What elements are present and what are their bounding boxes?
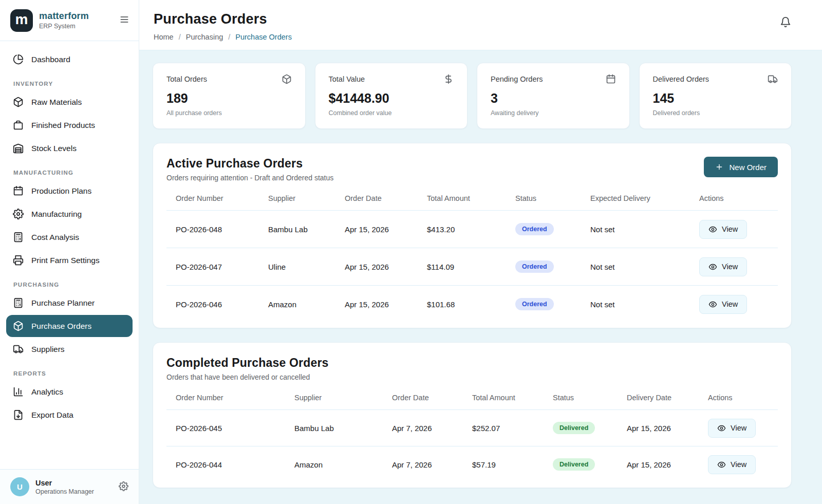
avatar: U — [10, 477, 29, 496]
column-header: Delivery Date — [627, 394, 708, 402]
sidebar-item-label: Cost Analysis — [31, 233, 79, 242]
plus-icon — [715, 163, 723, 171]
cell-order-date: Apr 7, 2026 — [392, 460, 472, 469]
table-row: PO-2026-044 Amazon Apr 7, 2026 $57.19 De… — [166, 446, 778, 482]
view-button[interactable]: View — [699, 220, 747, 239]
nav-section-items: Analytics Export Data — [6, 381, 133, 426]
user-settings-button[interactable] — [119, 481, 128, 493]
table-body: PO-2026-048 Bambu Lab Apr 15, 2026 $413.… — [166, 210, 778, 323]
brand-subtitle: ERP System — [39, 23, 89, 30]
package-icon — [282, 74, 292, 84]
sidebar-item-stock-levels[interactable]: Stock Levels — [6, 137, 133, 159]
sidebar-item-analytics[interactable]: Analytics — [6, 381, 133, 403]
package-icon — [13, 321, 24, 331]
stat-card-delivered-orders: Delivered Orders 145 Delivered orders — [639, 63, 792, 129]
user-name: User — [35, 479, 94, 487]
column-header: Total Amount — [427, 194, 515, 202]
sidebar-item-cost-analysis[interactable]: Cost Analysis — [6, 226, 133, 248]
user-role: Operations Manager — [35, 488, 94, 495]
bar-chart-icon — [13, 386, 24, 397]
column-header: Order Date — [392, 394, 472, 402]
cell-order-number: PO-2026-044 — [176, 460, 294, 469]
calculator-icon — [13, 232, 24, 242]
sidebar-item-production-plans[interactable]: Production Plans — [6, 180, 133, 202]
completed-orders-subtitle: Orders that have been delivered or cance… — [166, 373, 329, 381]
breadcrumb-separator: / — [179, 33, 181, 41]
cell-order-date: Apr 15, 2026 — [345, 300, 427, 309]
view-button[interactable]: View — [699, 257, 747, 276]
nav-section-label: MANUFACTURING — [13, 170, 125, 176]
sidebar-nav: Dashboard INVENTORY Raw Materials Finish… — [0, 41, 139, 469]
dollar-icon — [443, 74, 454, 84]
breadcrumb-current: Purchase Orders — [235, 33, 292, 41]
notifications-button[interactable] — [780, 16, 791, 29]
sidebar-item-export-data[interactable]: Export Data — [6, 404, 133, 426]
table-row: PO-2026-045 Bambu Lab Apr 7, 2026 $252.0… — [166, 409, 778, 446]
view-button[interactable]: View — [699, 295, 747, 314]
sidebar-item-purchase-planner[interactable]: Purchase Planner — [6, 292, 133, 314]
status-badge: Ordered — [515, 223, 554, 235]
status-badge: Ordered — [515, 298, 554, 310]
cell-order-date: Apr 7, 2026 — [392, 424, 472, 433]
view-button[interactable]: View — [708, 455, 756, 474]
sidebar-item-label: Purchase Planner — [31, 298, 95, 308]
stat-value: 3 — [491, 91, 616, 106]
column-header: Actions — [708, 394, 774, 402]
page-content: Total Orders 189 All purchase orders Tot… — [139, 50, 822, 504]
brand-name: matterform — [39, 11, 89, 22]
eye-icon — [708, 225, 717, 234]
cell-supplier: Amazon — [268, 300, 345, 309]
user-footer[interactable]: U User Operations Manager — [0, 469, 139, 504]
sidebar-item-label: Production Plans — [31, 186, 91, 196]
sidebar-item-label: Analytics — [31, 387, 63, 397]
nav-section-items: Dashboard — [6, 48, 133, 70]
stat-card-total-orders: Total Orders 189 All purchase orders — [153, 63, 306, 129]
cell-order-date: Apr 15, 2026 — [345, 263, 427, 271]
sidebar: m matterform ERP System Dashboard INVENT… — [0, 0, 139, 504]
sidebar-item-raw-materials[interactable]: Raw Materials — [6, 91, 133, 113]
nav-section: Dashboard — [6, 48, 133, 70]
breadcrumb-purchasing[interactable]: Purchasing — [186, 33, 223, 41]
calendar-icon — [13, 185, 24, 196]
eye-icon — [717, 460, 726, 469]
sidebar-item-label: Export Data — [31, 410, 73, 420]
cell-order-number: PO-2026-046 — [176, 300, 268, 309]
cell-supplier: Bambu Lab — [268, 225, 345, 234]
stat-card-pending-orders: Pending Orders 3 Awaiting delivery — [477, 63, 630, 129]
sidebar-item-finished-products[interactable]: Finished Products — [6, 114, 133, 136]
pie-chart-icon — [13, 54, 24, 65]
nav-section: PURCHASING Purchase Planner Purchase Ord… — [6, 282, 133, 360]
column-header: Total Amount — [472, 394, 553, 402]
sidebar-item-label: Purchase Orders — [31, 322, 91, 331]
sidebar-item-suppliers[interactable]: Suppliers — [6, 338, 133, 360]
gear-icon — [119, 481, 128, 491]
nav-section: MANUFACTURING Production Plans Manufactu… — [6, 170, 133, 271]
warehouse-icon — [13, 143, 24, 154]
cell-expected-delivery: Not set — [590, 263, 699, 271]
sidebar-item-purchase-orders[interactable]: Purchase Orders — [6, 315, 133, 337]
sidebar-toggle-button[interactable] — [119, 14, 129, 26]
brand-logo: m — [10, 9, 33, 32]
page-title: Purchase Orders — [154, 11, 292, 27]
sidebar-item-print-farm-settings[interactable]: Print Farm Settings — [6, 249, 133, 271]
eye-icon — [708, 263, 717, 271]
status-badge: Delivered — [553, 458, 595, 471]
column-header: Order Number — [176, 394, 294, 402]
stat-label: Total Orders — [166, 75, 207, 83]
cell-expected-delivery: Not set — [590, 225, 699, 234]
column-header: Order Date — [345, 194, 427, 202]
view-button[interactable]: View — [708, 419, 756, 438]
calculator-icon — [13, 297, 24, 308]
table-header-row: Order Number Supplier Order Date Total A… — [166, 394, 778, 409]
column-header: Status — [553, 394, 627, 402]
cell-order-number: PO-2026-045 — [176, 424, 294, 433]
sidebar-item-dashboard[interactable]: Dashboard — [6, 48, 133, 70]
file-down-icon — [13, 409, 24, 420]
breadcrumb-home[interactable]: Home — [154, 33, 174, 41]
sidebar-item-label: Dashboard — [31, 55, 70, 64]
stat-label: Total Value — [329, 75, 365, 83]
stat-card-total-value: Total Value $41448.90 Combined order val… — [315, 63, 468, 129]
new-order-button[interactable]: New Order — [704, 157, 778, 177]
cell-delivery-date: Apr 15, 2026 — [627, 460, 708, 469]
sidebar-item-manufacturing[interactable]: Manufacturing — [6, 203, 133, 225]
